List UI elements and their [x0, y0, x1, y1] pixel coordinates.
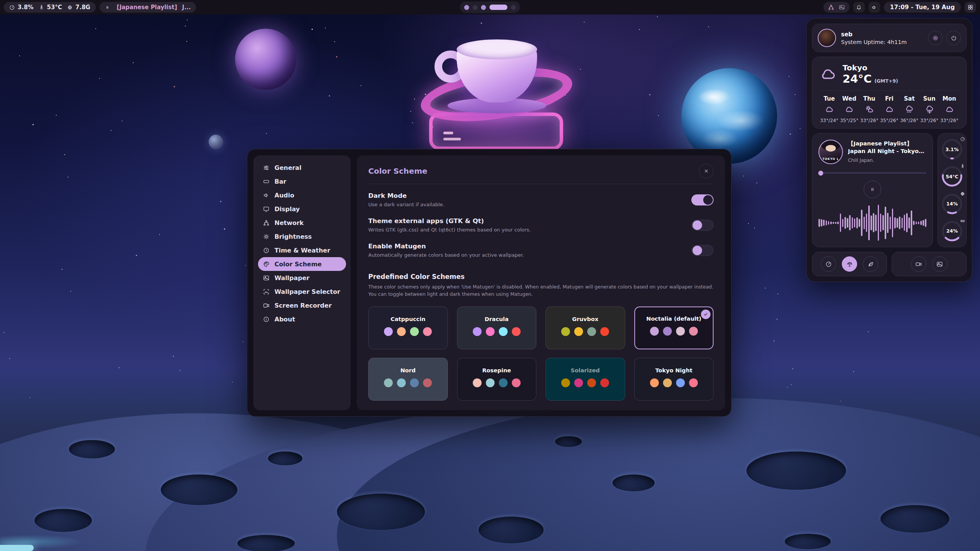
cloud-icon	[945, 105, 954, 114]
sidebar-item-about[interactable]: About	[258, 312, 346, 326]
waveform-bar	[890, 217, 891, 229]
sidebar-item-color-scheme[interactable]: Color Scheme	[258, 257, 346, 271]
close-button[interactable]	[699, 164, 714, 178]
clock-pill[interactable]: 17:09 - Tue, 19 Aug	[884, 2, 961, 13]
forecast-day: Mon	[939, 95, 959, 102]
gauge-disk: 24%	[941, 220, 963, 242]
crater	[555, 436, 582, 447]
color-swatch	[423, 378, 432, 387]
waveform-bar	[913, 221, 915, 225]
scheme-card-solarized[interactable]: Solarized	[546, 358, 625, 401]
workspace-3[interactable]	[481, 5, 486, 10]
saturn-cup-artwork	[438, 34, 557, 160]
scheme-card-rosepine[interactable]: Rosepine	[457, 358, 537, 401]
system-stats-pill[interactable]: 3.8%53°C7.8G	[4, 2, 96, 13]
setting-desc: Automatically generate colors based on y…	[368, 252, 524, 258]
wallpaper-icon	[263, 275, 270, 281]
color-swatch	[384, 327, 393, 336]
waveform-bar	[818, 219, 820, 227]
avatar[interactable]	[818, 29, 836, 47]
sidebar-item-screen-recorder[interactable]: Screen Recorder	[258, 298, 346, 312]
notifications-button[interactable]	[853, 2, 865, 13]
seek-handle[interactable]	[818, 171, 823, 176]
about-icon	[263, 316, 270, 323]
scheme-card-dracula[interactable]: Dracula	[457, 306, 537, 349]
waveform-bar	[902, 218, 903, 228]
color-swatch	[600, 327, 609, 336]
workspace-4[interactable]	[490, 5, 508, 10]
brightness-icon	[263, 233, 270, 240]
sidebar-item-wallpaper[interactable]: Wallpaper	[258, 271, 346, 285]
scheme-card-noctalia-default[interactable]: Noctalia (default)	[634, 306, 714, 349]
scheme-colors	[561, 327, 609, 336]
seek-bar[interactable]	[818, 171, 926, 176]
forecast-temps: 33°/26°	[859, 118, 879, 123]
sidebar-item-wallpaper-selector[interactable]: Wallpaper Selector	[258, 285, 346, 298]
power-button[interactable]	[946, 31, 961, 45]
toggle-dark-mode[interactable]	[691, 194, 714, 205]
color-swatch	[587, 327, 596, 336]
image-icon	[936, 261, 943, 267]
settings-sidebar: GeneralBarAudioDisplayNetworkBrightnessT…	[253, 155, 351, 410]
sidebar-item-time-weather[interactable]: Time & Weather	[258, 243, 346, 257]
gauge-chip: 14%	[941, 193, 963, 215]
tray-pill	[823, 2, 849, 13]
forecast-day: Sat	[899, 95, 919, 102]
leaf-button[interactable]	[863, 256, 878, 272]
sidebar-item-general[interactable]: General	[258, 161, 346, 174]
workspace-5[interactable]	[511, 5, 516, 10]
color-swatch	[650, 327, 659, 336]
rain-icon	[905, 105, 914, 114]
crater	[612, 474, 655, 491]
volume-button[interactable]	[869, 2, 880, 13]
sidebar-item-brightness[interactable]: Brightness	[258, 230, 346, 243]
sidebar-item-network[interactable]: Network	[258, 216, 346, 230]
sidebar-item-audio[interactable]: Audio	[258, 188, 346, 202]
waveform-bar	[835, 222, 836, 224]
scheme-card-nord[interactable]: Nord	[368, 358, 448, 401]
scheme-card-tokyo-night[interactable]: Tokyo Night	[634, 358, 714, 401]
audio-waveform	[818, 204, 926, 242]
toggle-enable-matugen[interactable]	[691, 245, 714, 256]
forecast-fri: Fri35°/26°	[879, 95, 899, 123]
scheme-card-gruvbox[interactable]: Gruvbox	[546, 306, 625, 349]
schemes-section-desc: These color schemes only apply when 'Use…	[368, 284, 714, 298]
gauge-button[interactable]	[821, 256, 836, 272]
leaf-icon	[867, 261, 874, 267]
forecast-temps: 33°/24°	[819, 118, 839, 123]
purple-planet	[235, 29, 296, 90]
setting-text: Theme external apps (GTK & Qt)Writes GTK…	[368, 217, 531, 233]
image-button[interactable]	[932, 256, 947, 272]
pause-button[interactable]	[864, 181, 881, 198]
scales-button[interactable]	[842, 256, 857, 272]
workspace-2[interactable]	[473, 5, 478, 10]
network-icon[interactable]	[828, 4, 834, 10]
sidebar-item-bar[interactable]: Bar	[258, 174, 346, 188]
color-swatch	[676, 327, 685, 336]
workspace-1[interactable]	[464, 5, 469, 10]
waveform-bar	[880, 214, 882, 232]
forecast-day: Thu	[859, 95, 879, 102]
crater	[69, 440, 115, 458]
storm-icon	[925, 105, 934, 114]
forecast-sun: Sun33°/26°	[919, 95, 939, 123]
toggle-theme-external-apps-gtk-qt[interactable]	[691, 220, 714, 231]
media-pill[interactable]: 【Japanese Playlist】 J...	[100, 2, 196, 13]
waveform-bar	[882, 215, 884, 230]
selected-check-badge	[701, 310, 710, 319]
sidebar-item-display[interactable]: Display	[258, 202, 346, 216]
color-swatch	[384, 378, 393, 387]
scheme-card-catppuccin[interactable]: Catppuccin	[368, 306, 448, 349]
power-profile-card	[812, 252, 887, 276]
launcher-button[interactable]	[965, 2, 976, 13]
waveform-bar	[871, 215, 872, 230]
toggle-knob	[693, 220, 702, 230]
stat-chip: 7.8G	[67, 4, 90, 11]
settings-button[interactable]	[928, 31, 942, 45]
wallpaper-icon[interactable]	[839, 4, 845, 10]
waveform-bar	[885, 207, 886, 239]
waveform-bar	[897, 218, 898, 228]
sidebar-item-label: Wallpaper	[274, 274, 309, 282]
forecast-thu: Thu33°/26°	[859, 95, 879, 123]
video-button[interactable]	[911, 256, 926, 272]
